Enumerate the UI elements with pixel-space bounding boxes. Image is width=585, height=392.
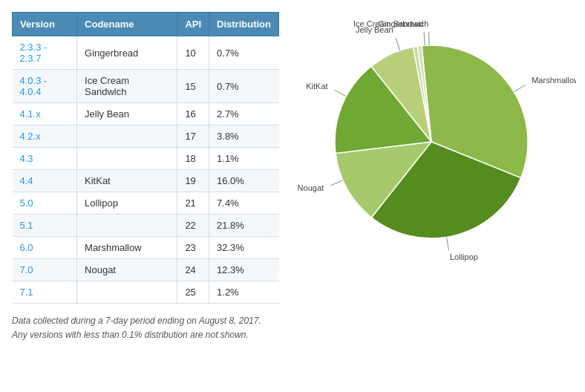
cell-version: 4.3 xyxy=(13,148,77,170)
table-row: 6.0 Marshmallow 23 32.3% xyxy=(13,237,279,259)
cell-api: 23 xyxy=(177,237,209,259)
pie-label: Ice Cream Sandwich xyxy=(353,19,429,28)
cell-version: 2.3.3 - 2.3.7 xyxy=(13,36,77,70)
cell-api: 24 xyxy=(177,259,209,281)
cell-codename: Gingerbread xyxy=(77,36,177,70)
col-codename: Codename xyxy=(77,13,177,36)
cell-codename xyxy=(77,281,177,304)
svg-line-2 xyxy=(330,180,343,186)
cell-codename xyxy=(77,125,177,148)
cell-version: 4.2.x xyxy=(13,125,77,148)
cell-codename: Lollipop xyxy=(77,192,177,215)
cell-codename: KitKat xyxy=(77,170,177,192)
cell-api: 15 xyxy=(177,70,209,103)
table-row: 7.1 25 1.2% xyxy=(13,281,279,304)
cell-distribution: 3.8% xyxy=(209,125,279,148)
table-row: 4.0.3 - 4.0.4 Ice Cream Sandwich 15 0.7% xyxy=(13,70,279,103)
cell-distribution: 1.2% xyxy=(209,281,279,304)
table-row: 4.4 KitKat 19 16.0% xyxy=(13,170,279,192)
main-container: Version Codename API Distribution 2.3.3 … xyxy=(12,12,573,342)
cell-version: 7.0 xyxy=(13,259,77,281)
cell-api: 25 xyxy=(177,281,209,304)
cell-codename xyxy=(77,215,177,237)
cell-api: 19 xyxy=(177,170,209,192)
cell-distribution: 12.3% xyxy=(209,259,279,281)
cell-distribution: 0.7% xyxy=(209,70,279,103)
cell-api: 17 xyxy=(177,125,209,148)
svg-line-4 xyxy=(396,38,400,50)
cell-distribution: 21.8% xyxy=(209,215,279,237)
footer-note: Data collected during a 7-day period end… xyxy=(12,314,279,342)
pie-label: Lollipop xyxy=(450,252,478,261)
table-row: 4.3 18 1.1% xyxy=(13,148,279,170)
table-section: Version Codename API Distribution 2.3.3 … xyxy=(12,12,279,342)
svg-line-5 xyxy=(424,32,425,45)
svg-line-1 xyxy=(447,237,449,250)
cell-api: 21 xyxy=(177,192,209,215)
col-version: Version xyxy=(13,13,77,36)
col-distribution: Distribution xyxy=(209,13,279,36)
cell-api: 22 xyxy=(177,215,209,237)
cell-distribution: 32.3% xyxy=(209,237,279,259)
pie-label: Marshmallow xyxy=(532,76,576,85)
pie-label: Nougat xyxy=(298,183,324,192)
cell-codename: Marshmallow xyxy=(77,237,177,259)
svg-line-0 xyxy=(514,85,525,91)
footer-line1: Data collected during a 7-day period end… xyxy=(12,314,279,328)
table-row: 4.1.x Jelly Bean 16 2.7% xyxy=(13,103,279,125)
cell-version: 5.1 xyxy=(13,215,77,237)
cell-codename: Ice Cream Sandwich xyxy=(77,70,177,103)
cell-codename: Nougat xyxy=(77,259,177,281)
col-api: API xyxy=(177,13,209,36)
cell-codename: Jelly Bean xyxy=(77,103,177,125)
cell-distribution: 16.0% xyxy=(209,170,279,192)
footer-line2: Any versions with less than 0.1% distrib… xyxy=(12,328,279,342)
table-row: 5.1 22 21.8% xyxy=(13,215,279,237)
cell-api: 16 xyxy=(177,103,209,125)
table-row: 5.0 Lollipop 21 7.4% xyxy=(13,192,279,215)
distribution-table: Version Codename API Distribution 2.3.3 … xyxy=(12,12,279,304)
svg-line-3 xyxy=(334,90,346,96)
cell-distribution: 7.4% xyxy=(209,192,279,215)
cell-distribution: 0.7% xyxy=(209,36,279,70)
cell-api: 18 xyxy=(177,148,209,170)
cell-version: 7.1 xyxy=(13,281,77,304)
pie-label: KitKat xyxy=(306,82,327,91)
table-header-row: Version Codename API Distribution xyxy=(13,13,279,36)
cell-version: 5.0 xyxy=(13,192,77,215)
cell-codename xyxy=(77,148,177,170)
chart-section: MarshmallowLollipopNougatKitKatJelly Bea… xyxy=(294,12,576,272)
cell-version: 6.0 xyxy=(13,237,77,259)
cell-version: 4.4 xyxy=(13,170,77,192)
table-row: 7.0 Nougat 24 12.3% xyxy=(13,259,279,281)
cell-api: 10 xyxy=(177,36,209,70)
pie-chart-container: MarshmallowLollipopNougatKitKatJelly Bea… xyxy=(294,19,576,272)
table-row: 4.2.x 17 3.8% xyxy=(13,125,279,148)
table-row: 2.3.3 - 2.3.7 Gingerbread 10 0.7% xyxy=(13,36,279,70)
pie-chart-svg: MarshmallowLollipopNougatKitKatJelly Bea… xyxy=(294,19,576,272)
cell-version: 4.1.x xyxy=(13,103,77,125)
cell-version: 4.0.3 - 4.0.4 xyxy=(13,70,77,103)
cell-distribution: 2.7% xyxy=(209,103,279,125)
cell-distribution: 1.1% xyxy=(209,148,279,170)
